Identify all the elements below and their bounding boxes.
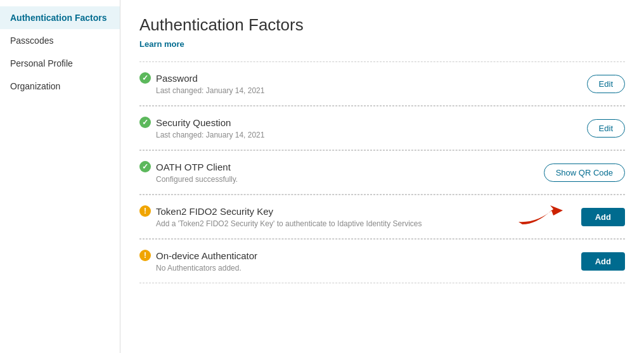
factor-name-row-token2-fido2: !Token2 FIDO2 Security Key [139, 205, 422, 217]
factor-row: ✓Security QuestionLast changed: January … [139, 106, 625, 150]
factor-name-row-oath-otp-client: ✓OATH OTP Client [139, 161, 238, 172]
factor-left-token2-fido2: !Token2 FIDO2 Security KeyAdd a 'Token2 … [139, 205, 422, 228]
factor-button-security-question[interactable]: Edit [587, 119, 625, 138]
factor-button-oath-otp-client[interactable]: Show QR Code [544, 164, 625, 182]
page-title: Authentication Factors [139, 15, 625, 35]
red-arrow-icon [518, 196, 576, 228]
factor-left-security-question: ✓Security QuestionLast changed: January … [139, 117, 264, 139]
check-icon: ✓ [139, 161, 151, 172]
factor-list: ✓PasswordLast changed: January 14, 2021E… [139, 61, 625, 283]
factor-action-token2-fido2: Add [581, 208, 625, 226]
factor-button-password[interactable]: Edit [587, 75, 625, 93]
factor-action-on-device-authenticator: Add [581, 252, 625, 271]
factor-name-on-device-authenticator: On-device Authenticator [156, 250, 257, 261]
factor-row-wrapper-password: ✓PasswordLast changed: January 14, 2021E… [139, 61, 625, 106]
factor-name-token2-fido2: Token2 FIDO2 Security Key [156, 206, 273, 217]
factor-left-password: ✓PasswordLast changed: January 14, 2021 [139, 72, 264, 95]
factor-left-oath-otp-client: ✓OATH OTP ClientConfigured successfully. [139, 161, 238, 184]
factor-sub-password: Last changed: January 14, 2021 [156, 86, 264, 95]
sidebar: Authentication FactorsPasscodesPersonal … [0, 0, 120, 353]
factor-left-on-device-authenticator: !On-device AuthenticatorNo Authenticator… [139, 250, 257, 273]
factor-row-wrapper-security-question: ✓Security QuestionLast changed: January … [139, 106, 625, 150]
sidebar-item-passcodes[interactable]: Passcodes [0, 29, 120, 52]
factor-action-password: Edit [587, 75, 625, 93]
factor-name-row-on-device-authenticator: !On-device Authenticator [139, 250, 257, 261]
check-icon: ✓ [139, 117, 151, 128]
factor-sub-security-question: Last changed: January 14, 2021 [156, 131, 264, 139]
factor-sub-oath-otp-client: Configured successfully. [156, 175, 238, 184]
factor-name-row-security-question: ✓Security Question [139, 117, 264, 128]
check-icon: ✓ [139, 72, 151, 84]
factor-row-wrapper-on-device-authenticator: !On-device AuthenticatorNo Authenticator… [139, 239, 625, 283]
factor-row: ✓PasswordLast changed: January 14, 2021E… [139, 61, 625, 106]
sidebar-item-organization[interactable]: Organization [0, 75, 120, 98]
factor-sub-token2-fido2: Add a 'Token2 FIDO2 Security Key' to aut… [156, 219, 422, 228]
factor-name-row-password: ✓Password [139, 72, 264, 84]
factor-button-on-device-authenticator[interactable]: Add [581, 252, 625, 271]
learn-more-link[interactable]: Learn more [139, 39, 184, 49]
main-content: Authentication Factors Learn more ✓Passw… [120, 0, 644, 353]
factor-row: !Token2 FIDO2 Security KeyAdd a 'Token2 … [139, 195, 625, 239]
factor-row: ✓OATH OTP ClientConfigured successfully.… [139, 150, 625, 195]
factor-name-password: Password [156, 73, 198, 84]
factor-name-oath-otp-client: OATH OTP Client [156, 162, 231, 172]
factor-name-security-question: Security Question [156, 117, 231, 128]
factor-button-token2-fido2[interactable]: Add [581, 208, 625, 226]
factor-action-oath-otp-client: Show QR Code [544, 164, 625, 182]
factor-sub-on-device-authenticator: No Authenticators added. [156, 264, 257, 273]
warning-icon: ! [139, 205, 151, 217]
sidebar-item-personal-profile[interactable]: Personal Profile [0, 52, 120, 75]
factor-row: !On-device AuthenticatorNo Authenticator… [139, 239, 625, 283]
sidebar-item-authentication-factors[interactable]: Authentication Factors [0, 6, 120, 29]
factor-row-wrapper-token2-fido2: !Token2 FIDO2 Security KeyAdd a 'Token2 … [139, 195, 625, 239]
factor-action-security-question: Edit [587, 119, 625, 138]
warning-icon: ! [139, 250, 151, 261]
factor-row-wrapper-oath-otp-client: ✓OATH OTP ClientConfigured successfully.… [139, 150, 625, 195]
